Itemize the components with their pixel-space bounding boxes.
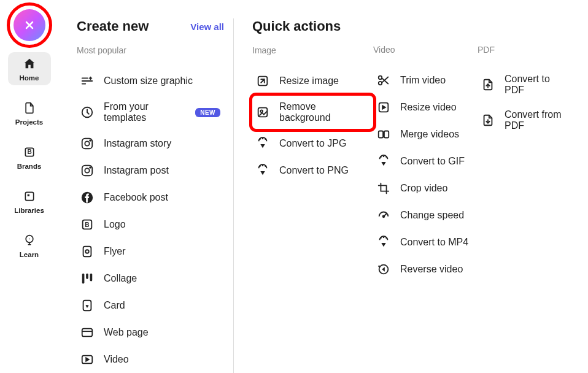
web-page-icon: [80, 326, 94, 339]
list-item-label: Resize video: [400, 102, 474, 113]
quick-actions-section: Quick actions Image Resize image Remove …: [233, 18, 576, 373]
instagram-icon: [80, 164, 94, 177]
qa-item-convert-gif[interactable]: Convert to GIF: [373, 149, 478, 174]
svg-point-16: [85, 250, 89, 253]
svg-text:B: B: [85, 221, 89, 228]
svg-point-10: [85, 168, 89, 172]
list-item-label: Convert to MP4: [400, 237, 474, 248]
convert-from-pdf-icon: [481, 113, 495, 127]
svg-rect-19: [90, 274, 93, 282]
list-item-instagram-post[interactable]: Instagram post: [77, 158, 224, 183]
list-item-label: Facebook post: [104, 192, 220, 203]
sidebar-item-learn[interactable]: Learn: [8, 229, 51, 262]
list-item-label: Merge videos: [400, 129, 474, 140]
list-item-card[interactable]: ♥ Card: [77, 293, 224, 318]
list-item-facebook-post[interactable]: Facebook post: [77, 185, 224, 210]
svg-point-44: [385, 237, 387, 239]
templates-icon: [80, 106, 94, 119]
sidebar-item-label: Projects: [15, 118, 43, 126]
sidebar-item-label: Brands: [17, 163, 42, 170]
svg-rect-3: [27, 194, 29, 196]
list-item-web-page[interactable]: Web page: [77, 320, 224, 345]
svg-point-28: [262, 137, 264, 139]
video-heading: Video: [373, 45, 478, 55]
svg-rect-22: [82, 329, 93, 337]
list-item-templates[interactable]: From your templates NEW: [77, 96, 224, 129]
list-item-label: Video: [104, 354, 220, 365]
list-item-label: Flyer: [104, 246, 220, 257]
qa-item-reverse-video[interactable]: Reverse video: [373, 257, 478, 282]
qa-item-remove-background[interactable]: Remove background: [252, 96, 373, 129]
qa-item-convert-to-pdf[interactable]: Convert to PDF: [478, 68, 576, 101]
view-all-link[interactable]: View all: [190, 21, 224, 32]
svg-point-42: [380, 237, 382, 239]
libraries-icon: [21, 188, 37, 204]
quick-actions-title: Quick actions: [252, 18, 341, 34]
brands-icon: B: [21, 144, 37, 160]
remove-background-icon: [256, 106, 269, 119]
create-new-title: Create new: [77, 18, 149, 34]
convert-mp4-icon: [377, 236, 390, 249]
video-icon: [80, 353, 94, 366]
qa-item-convert-jpg[interactable]: Convert to JPG: [252, 131, 373, 156]
resize-video-icon: [377, 101, 390, 114]
svg-point-29: [265, 138, 266, 140]
list-item-label: Reverse video: [400, 264, 474, 275]
qa-item-convert-mp4[interactable]: Convert to MP4: [373, 230, 478, 255]
svg-point-32: [265, 165, 266, 167]
convert-gif-icon: [377, 155, 390, 168]
image-heading: Image: [252, 45, 373, 55]
list-item-collage[interactable]: Collage: [77, 266, 224, 291]
svg-rect-36: [379, 131, 383, 138]
convert-png-icon: [256, 164, 269, 177]
sidebar-item-home[interactable]: Home: [8, 52, 51, 85]
create-new-section: Create new View all Most popular Custom …: [77, 18, 233, 373]
crop-video-icon: [377, 182, 390, 195]
qa-item-trim-video[interactable]: Trim video: [373, 68, 478, 93]
qa-item-change-speed[interactable]: Change speed: [373, 203, 478, 228]
svg-point-4: [29, 239, 30, 240]
close-button[interactable]: [14, 9, 45, 41]
flyer-icon: [80, 245, 94, 258]
list-item-custom-size[interactable]: Custom size graphic: [77, 69, 224, 93]
list-item-instagram-story[interactable]: Instagram story: [77, 131, 224, 156]
projects-icon: [21, 100, 37, 116]
close-icon: [23, 19, 36, 31]
svg-rect-17: [82, 274, 85, 284]
sidebar-item-libraries[interactable]: Libraries: [8, 185, 51, 218]
list-item-flyer[interactable]: Flyer: [77, 239, 224, 264]
svg-text:♥: ♥: [85, 303, 88, 309]
logo-icon: B: [80, 218, 94, 231]
qa-item-convert-from-pdf[interactable]: Convert from PDF: [478, 104, 576, 137]
svg-point-40: [385, 156, 387, 158]
list-item-label: Card: [104, 300, 220, 311]
sidebar: Home Projects B Brands Libraries Learn: [0, 0, 58, 373]
list-item-label: Convert to PNG: [279, 165, 369, 176]
qa-item-resize-image[interactable]: Resize image: [252, 69, 373, 93]
list-item-label: Crop video: [400, 183, 474, 194]
list-item-video[interactable]: Video: [77, 347, 224, 372]
qa-item-convert-png[interactable]: Convert to PNG: [252, 158, 373, 183]
most-popular-heading: Most popular: [77, 45, 224, 55]
qa-item-resize-video[interactable]: Resize video: [373, 95, 478, 120]
list-item-label: Resize image: [279, 75, 369, 87]
qa-item-merge-videos[interactable]: Merge videos: [373, 122, 478, 147]
svg-point-7: [85, 141, 89, 145]
resize-image-icon: [256, 74, 269, 88]
list-item-label: From your templates: [104, 101, 185, 123]
convert-jpg-icon: [256, 137, 269, 150]
list-item-label: Trim video: [400, 75, 474, 86]
svg-point-43: [383, 236, 385, 238]
svg-point-33: [379, 76, 382, 80]
list-item-label: Convert to JPG: [279, 138, 369, 149]
quick-actions-video-column: Video Trim video Resize video Merge vide…: [373, 18, 478, 373]
list-item-label: Convert to PDF: [505, 74, 572, 96]
svg-point-30: [259, 165, 261, 167]
facebook-icon: [80, 191, 94, 204]
collage-icon: [80, 272, 94, 285]
sidebar-item-brands[interactable]: B Brands: [8, 140, 51, 174]
sidebar-item-projects[interactable]: Projects: [8, 96, 51, 129]
list-item-logo[interactable]: B Logo: [77, 212, 224, 237]
qa-item-crop-video[interactable]: Crop video: [373, 176, 478, 201]
change-speed-icon: [377, 209, 390, 222]
